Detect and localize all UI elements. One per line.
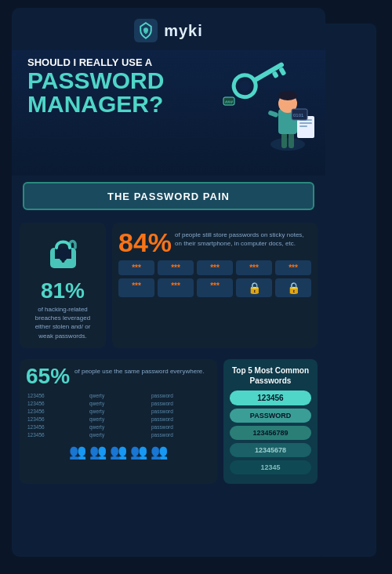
pwd-rank-3: 123456789 — [230, 426, 311, 440]
pwd-rank-4: 12345678 — [230, 443, 311, 457]
hero-subtitle: SHOULD I REALLY USE A — [27, 50, 208, 69]
pt-cell: password — [150, 423, 211, 430]
stat-81-desc: of hacking-related breaches leveraged ei… — [27, 305, 98, 340]
pwd-dot: *** — [197, 278, 233, 297]
pt-cell: 123456 — [26, 431, 87, 438]
pt-cell: 123456 — [26, 423, 87, 430]
stat-65-desc: of people use the same password everywhe… — [74, 365, 204, 376]
people-icons: 👥 👥 👥 👥 👥 — [26, 443, 211, 460]
pt-cell: password — [150, 408, 211, 415]
stat-65-top: 65% of people use the same password ever… — [26, 365, 211, 387]
hero-title-line1: PASSWORD — [27, 69, 208, 93]
pain-banner: THE PASSWORD PAIN — [23, 182, 314, 210]
svg-text:0101: 0101 — [293, 113, 304, 118]
stats-section: 81% of hacking-related breaches leverage… — [12, 216, 325, 354]
stat-84-percent: 84% — [118, 229, 172, 256]
person-icon-1: 👥 — [69, 443, 86, 460]
stat-84-desc: of people still store passwords on stick… — [175, 229, 311, 248]
pwd-dot: *** — [118, 260, 154, 275]
svg-point-14 — [278, 91, 297, 100]
pwd-dot: *** — [236, 260, 272, 275]
svg-rect-6 — [252, 62, 285, 84]
pwd-dot: *** — [158, 278, 194, 297]
pwd-rank-5: 12345 — [230, 460, 311, 474]
pt-cell: 123456 — [26, 416, 87, 423]
top-passwords-block: Top 5 Most Common Passwords 123456 PASSW… — [223, 359, 318, 484]
hero-section: SHOULD I REALLY USE A PASSWORD MANAGER? — [12, 50, 325, 176]
stat-81-block: 81% of hacking-related breaches leverage… — [20, 223, 106, 348]
pt-cell: 123456 — [26, 400, 87, 407]
password-table: 123456 qwerty password 123456 qwerty pas… — [26, 392, 211, 438]
stat-65-percent: 65% — [26, 365, 70, 387]
stat-81-percent: 81% — [41, 280, 85, 302]
logo-icon — [134, 19, 158, 42]
pt-cell: qwerty — [88, 408, 149, 415]
svg-rect-15 — [267, 110, 278, 118]
svg-rect-11 — [289, 133, 294, 148]
svg-text:###: ### — [225, 100, 234, 104]
stat-84-block: 84% of people still store passwords on s… — [112, 223, 318, 348]
pt-cell: qwerty — [88, 392, 149, 399]
pwd-rank-2: PASSWORD — [230, 409, 311, 423]
hero-svg: ### 0101 — [217, 54, 319, 156]
svg-rect-20 — [299, 125, 307, 127]
pwd-rank-1: 123456 — [230, 391, 311, 405]
pt-cell: qwerty — [88, 423, 149, 430]
main-card: myki SHOULD I REALLY USE A PASSWORD MANA… — [12, 8, 325, 557]
person-icon-5: 👥 — [151, 443, 168, 460]
pt-cell: password — [150, 392, 211, 399]
pt-cell: 123456 — [26, 408, 87, 415]
pwd-lock: 🔒 — [236, 278, 272, 297]
svg-point-5 — [238, 78, 252, 93]
pt-cell: password — [150, 416, 211, 423]
pt-cell: qwerty — [88, 400, 149, 407]
pt-cell: password — [150, 400, 211, 407]
pwd-dot: *** — [118, 278, 154, 297]
pwd-dot: *** — [197, 260, 233, 275]
lock-icon — [45, 231, 81, 277]
svg-rect-19 — [299, 122, 312, 124]
logo-text: myki — [164, 22, 203, 40]
svg-point-9 — [270, 138, 305, 151]
bottom-section: 65% of people use the same password ever… — [12, 354, 325, 489]
pt-cell: password — [150, 431, 211, 438]
hero-illustration: ### 0101 — [217, 54, 319, 156]
card-header: myki — [12, 8, 325, 50]
password-dots-grid: *** *** *** *** *** *** *** *** 🔒 🔒 — [118, 260, 311, 297]
stat-65-block: 65% of people use the same password ever… — [20, 359, 217, 484]
pwd-lock: 🔒 — [275, 278, 311, 297]
stat-84-top: 84% of people still store passwords on s… — [118, 229, 311, 256]
lock-svg — [45, 231, 81, 274]
svg-rect-10 — [281, 133, 287, 148]
person-icon-4: 👥 — [130, 443, 147, 460]
hero-title-line2: MANAGER? — [27, 93, 208, 116]
pwd-dot: *** — [275, 260, 311, 275]
pain-banner-text: THE PASSWORD PAIN — [107, 191, 230, 202]
top-passwords-title: Top 5 Most Common Passwords — [230, 365, 311, 386]
person-icon-2: 👥 — [89, 443, 107, 460]
pt-cell: qwerty — [88, 416, 149, 423]
svg-point-3 — [143, 27, 148, 32]
svg-rect-28 — [61, 257, 64, 263]
pwd-dot: *** — [158, 260, 194, 275]
person-icon-3: 👥 — [110, 443, 127, 460]
pt-cell: 123456 — [26, 392, 87, 399]
pt-cell: qwerty — [88, 431, 149, 438]
